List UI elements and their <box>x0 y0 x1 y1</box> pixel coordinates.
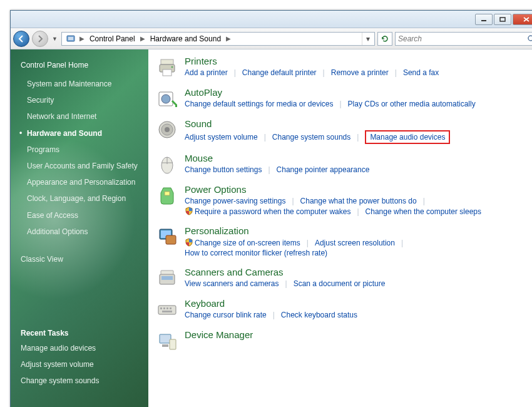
nav-history-dropdown[interactable]: ▼ <box>51 36 59 42</box>
chevron-right-icon[interactable]: ▶ <box>78 35 86 42</box>
svg-rect-33 <box>162 344 168 347</box>
task-link[interactable]: Play CDs or other media automatically <box>348 99 476 109</box>
category-title[interactable]: Mouse <box>185 153 530 163</box>
recent-task-link[interactable]: Change system sounds <box>11 373 148 389</box>
back-button[interactable] <box>13 31 29 47</box>
separator: | <box>395 68 397 77</box>
separator: | <box>292 197 294 205</box>
sidebar-item[interactable]: Ease of Access <box>11 207 148 224</box>
recent-task-link[interactable]: Adjust system volume <box>11 356 148 373</box>
task-link[interactable]: Change default printer <box>242 68 317 78</box>
svg-rect-1 <box>500 18 505 21</box>
breadcrumb-control-panel[interactable]: Control Panel <box>86 33 139 45</box>
category: Scanners and CamerasView scanners and ca… <box>156 267 530 289</box>
power-icon <box>156 184 178 207</box>
content-pane: PrintersAdd a printer|Change default pri… <box>148 49 532 407</box>
category-title[interactable]: Sound <box>185 118 530 129</box>
sidebar-item[interactable]: Hardware and Sound <box>11 125 148 142</box>
svg-rect-27 <box>160 307 162 309</box>
sidebar-item[interactable]: Security <box>11 92 148 108</box>
svg-rect-26 <box>158 306 176 314</box>
task-link[interactable]: Change system sounds <box>272 132 350 142</box>
category-title[interactable]: Power Options <box>185 184 530 195</box>
separator: | <box>268 165 270 174</box>
category-title[interactable]: AutoPlay <box>185 87 530 98</box>
category: SoundAdjust system volume|Change system … <box>156 118 530 144</box>
refresh-button[interactable] <box>377 32 392 46</box>
sidebar-item[interactable]: Appearance and Personalization <box>11 174 148 190</box>
svg-rect-30 <box>170 307 171 309</box>
task-link[interactable]: Change power-saving settings <box>185 196 285 206</box>
svg-rect-28 <box>163 307 165 309</box>
task-link[interactable]: Change default settings for media or dev… <box>185 99 333 109</box>
task-link[interactable]: How to correct monitor flicker (refresh … <box>185 248 327 258</box>
task-link[interactable]: Check keyboard status <box>281 310 357 320</box>
task-link-highlighted[interactable]: Manage audio devices <box>365 130 450 144</box>
device-icon <box>156 329 178 352</box>
task-link[interactable]: Change size of on-screen items <box>185 237 300 248</box>
task-link[interactable]: Change button settings <box>185 165 262 175</box>
search-input[interactable] <box>398 34 527 43</box>
category: MouseChange button settings|Change point… <box>156 153 530 175</box>
category: AutoPlayChange default settings for medi… <box>156 87 530 110</box>
category-title[interactable]: Device Manager <box>185 329 530 340</box>
separator: | <box>339 100 341 108</box>
separator: | <box>273 311 275 319</box>
chevron-right-icon[interactable]: ▶ <box>139 35 146 42</box>
address-dropdown[interactable]: ▾ <box>362 33 373 45</box>
sidebar-item[interactable]: Clock, Language, and Region <box>11 190 148 207</box>
minimize-button[interactable] <box>475 14 493 25</box>
search-icon[interactable] <box>527 34 532 43</box>
task-link[interactable]: Scan a document or picture <box>294 279 386 289</box>
body: Control Panel Home System and Maintenanc… <box>11 49 532 407</box>
separator: | <box>234 68 236 77</box>
address-bar[interactable]: ▶ Control Panel ▶ Hardware and Sound ▶ ▾ <box>61 32 375 46</box>
category: PersonalizationChange size of on-screen … <box>156 225 530 258</box>
svg-point-11 <box>161 95 170 103</box>
category-title[interactable]: Personalization <box>185 225 530 236</box>
chevron-right-icon[interactable]: ▶ <box>225 35 232 42</box>
svg-rect-29 <box>166 307 168 309</box>
autoplay-icon <box>156 87 178 110</box>
sidebar-item[interactable]: Programs <box>11 142 148 158</box>
breadcrumb-hardware-sound[interactable]: Hardware and Sound <box>146 33 225 45</box>
svg-rect-24 <box>161 276 173 280</box>
separator: | <box>423 197 425 205</box>
category-title[interactable]: Scanners and Cameras <box>185 267 530 277</box>
sidebar-home-link[interactable]: Control Panel Home <box>11 58 148 76</box>
recent-task-link[interactable]: Manage audio devices <box>11 340 148 356</box>
task-link[interactable]: Change what the power buttons do <box>300 196 417 206</box>
task-link[interactable]: Send a fax <box>403 68 439 78</box>
sidebar-item[interactable]: Network and Internet <box>11 108 148 125</box>
separator: | <box>357 207 359 216</box>
task-link[interactable]: Change pointer appearance <box>277 165 370 175</box>
task-link[interactable]: Adjust system volume <box>185 132 258 142</box>
category-title[interactable]: Printers <box>185 56 530 66</box>
svg-rect-22 <box>166 235 176 244</box>
separator: | <box>285 279 287 288</box>
sidebar-item[interactable]: Additional Options <box>11 224 148 240</box>
task-link[interactable]: Adjust screen resolution <box>315 238 395 248</box>
task-link[interactable]: Change when the computer sleeps <box>366 207 481 217</box>
sidebar-item[interactable]: User Accounts and Family Safety <box>11 158 148 174</box>
control-panel-icon <box>66 34 76 44</box>
task-link[interactable]: Remove a printer <box>331 68 389 78</box>
svg-rect-34 <box>170 339 176 349</box>
mouse-icon <box>156 153 178 175</box>
sound-icon <box>156 118 178 141</box>
titlebar <box>11 11 532 28</box>
category: Power OptionsChange power-saving setting… <box>156 184 530 217</box>
sidebar-item[interactable]: System and Maintenance <box>11 76 148 92</box>
sidebar: Control Panel Home System and Maintenanc… <box>11 49 148 407</box>
search-box[interactable] <box>395 32 532 46</box>
task-link[interactable]: Change cursor blink rate <box>185 310 267 320</box>
task-link[interactable]: Require a password when the computer wak… <box>185 206 350 217</box>
maximize-button[interactable] <box>494 14 511 25</box>
task-link[interactable]: View scanners and cameras <box>185 279 279 289</box>
task-link[interactable]: Add a printer <box>185 68 228 78</box>
category-title[interactable]: Keyboard <box>185 298 530 309</box>
sidebar-classic-view[interactable]: Classic View <box>11 251 148 267</box>
svg-point-9 <box>171 66 173 68</box>
forward-button[interactable] <box>32 31 48 47</box>
close-button[interactable] <box>513 14 532 25</box>
